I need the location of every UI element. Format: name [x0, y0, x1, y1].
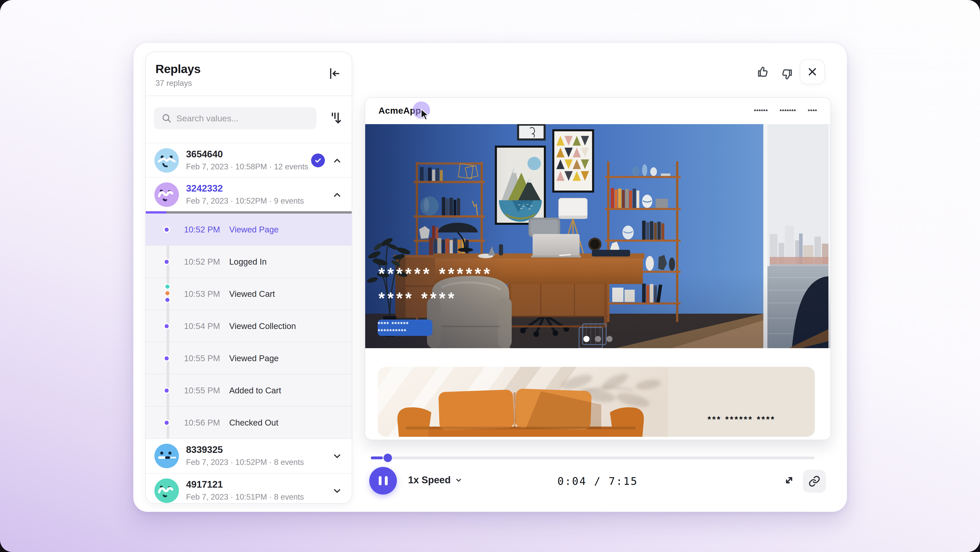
- link-icon: [808, 475, 821, 487]
- replay-meta: Feb 7, 2023 · 10:52PM · 9 events: [186, 196, 304, 206]
- hero-cta-button[interactable]: **** ****** **********: [378, 319, 432, 336]
- sort-descending-icon: [328, 110, 343, 127]
- replay-row-8339325[interactable]: 8339325 Feb 7, 2023 · 10:52PM · 8 events: [146, 439, 352, 473]
- speed-selector[interactable]: 1x Speed: [408, 475, 463, 486]
- product-card[interactable]: *** ****** ****: [378, 367, 815, 437]
- replay-list-progress[interactable]: [146, 211, 352, 214]
- event-name: Viewed Collection: [229, 321, 296, 331]
- event-time: 10:55 PM: [184, 386, 220, 396]
- close-icon: [807, 66, 818, 77]
- chevron-up-icon: [332, 190, 342, 200]
- event-name: Checked Out: [229, 418, 278, 428]
- event-name: Viewed Cart: [229, 289, 275, 299]
- time-separator: /: [594, 475, 601, 487]
- speed-label: 1x Speed: [408, 475, 451, 486]
- fullscreen-button[interactable]: [783, 474, 796, 487]
- replay-id: 3242332: [186, 183, 223, 194]
- replay-id: 3654640: [186, 149, 223, 160]
- event-dot: [163, 226, 170, 233]
- event-multi-dot: [164, 284, 170, 303]
- avatar-face-icon: [154, 182, 179, 207]
- event-row[interactable]: 10:52 PM Logged In: [146, 246, 352, 278]
- thumbs-down-icon: [779, 67, 794, 82]
- avatar: [154, 479, 179, 503]
- hero-subheadline-masked: **** ****: [379, 289, 457, 308]
- event-time: 10:53 PM: [184, 289, 220, 299]
- carousel-dot[interactable]: [595, 336, 601, 342]
- replay-row-4917121[interactable]: 4917121 Feb 7, 2023 · 10:51PM · 8 events: [146, 473, 352, 504]
- search-icon: [161, 113, 172, 124]
- avatar-face-icon: [154, 479, 179, 503]
- carousel-dots: [365, 336, 830, 342]
- replay-meta: Feb 7, 2023 · 10:52PM · 8 events: [186, 458, 304, 467]
- avatar: [154, 148, 179, 173]
- event-row[interactable]: 10:55 PM Viewed Page: [146, 342, 352, 375]
- chevron-up-icon: [332, 156, 342, 166]
- site-nav-item-masked[interactable]: *******: [780, 108, 796, 114]
- collapse-panel-button[interactable]: [328, 66, 342, 81]
- replay-count: 37 replays: [156, 79, 192, 88]
- hero-headline-masked: ****** ******: [379, 264, 493, 283]
- page-background: Replays 37 replays 3654640 Feb 7, 2023 ·…: [0, 0, 980, 552]
- event-row[interactable]: 10:53 PM Viewed Cart: [146, 278, 352, 310]
- copy-link-button[interactable]: [803, 470, 826, 493]
- replay-id: 8339325: [186, 445, 223, 455]
- seek-fill: [371, 456, 383, 459]
- thumbs-down-button[interactable]: [779, 67, 794, 82]
- site-nav-item-masked[interactable]: ****: [808, 108, 817, 114]
- event-dot: [163, 420, 170, 426]
- collapse-replay-button[interactable]: [332, 156, 342, 166]
- event-dot: [163, 258, 170, 265]
- event-row[interactable]: 10:55 PM Added to Cart: [146, 375, 352, 407]
- collapse-replay-button[interactable]: [332, 190, 342, 200]
- avatar-face-icon: [154, 444, 179, 468]
- search-input[interactable]: [177, 107, 312, 129]
- carousel-dot[interactable]: [606, 336, 612, 342]
- replay-modal: Replays 37 replays 3654640 Feb 7, 2023 ·…: [133, 43, 847, 512]
- event-time: 10:52 PM: [184, 225, 220, 235]
- replay-meta: Feb 7, 2023 · 10:51PM · 8 events: [186, 493, 304, 502]
- chevron-down-icon: [332, 486, 342, 496]
- replay-row-3654640[interactable]: 3654640 Feb 7, 2023 · 10:58PM · 12 event…: [146, 143, 352, 177]
- event-name: Logged In: [229, 257, 267, 267]
- product-caption-masked: *** ****** ****: [668, 414, 815, 424]
- event-name: Viewed Page: [229, 354, 279, 363]
- watched-check-badge: [311, 153, 325, 167]
- expand-replay-button[interactable]: [332, 451, 342, 461]
- event-row[interactable]: 10:56 PM Checked Out: [146, 407, 352, 439]
- hero-image: [365, 124, 831, 348]
- total-duration: 7:15: [609, 475, 638, 487]
- pause-icon: [379, 476, 382, 485]
- expand-replay-button[interactable]: [332, 486, 342, 496]
- sort-button[interactable]: [328, 110, 343, 127]
- product-photo: [378, 367, 668, 437]
- close-button[interactable]: [800, 59, 825, 84]
- replayed-site-header: AcmeApp ****** ******* ****: [365, 98, 830, 124]
- event-time: 10:52 PM: [184, 257, 220, 267]
- carousel-dot-active[interactable]: [584, 336, 590, 342]
- search-box: [154, 107, 317, 129]
- event-timeline: 10:52 PM Viewed Page 10:52 PM Logged In …: [146, 214, 352, 439]
- thumbs-up-icon: [756, 64, 771, 79]
- sidebar-title: Replays: [156, 62, 200, 76]
- site-nav-item-masked[interactable]: ******: [754, 108, 768, 114]
- event-name: Viewed Page: [229, 225, 279, 235]
- replay-id: 4917121: [186, 479, 223, 490]
- header-divider: [146, 96, 352, 96]
- replay-list-progress-fill: [146, 211, 166, 214]
- seek-thumb[interactable]: [383, 454, 392, 462]
- event-time: 10:56 PM: [184, 418, 220, 428]
- pause-button[interactable]: [369, 467, 397, 495]
- seek-bar[interactable]: [371, 456, 815, 459]
- event-row[interactable]: 10:52 PM Viewed Page: [146, 214, 352, 246]
- avatar-face-icon: [154, 148, 179, 173]
- event-row[interactable]: 10:54 PM Viewed Collection: [146, 310, 352, 342]
- event-dot: [163, 355, 170, 362]
- site-nav: ****** ******* ****: [754, 98, 817, 124]
- chevron-down-icon: [332, 451, 342, 461]
- event-time: 10:54 PM: [184, 321, 220, 331]
- replay-row-3242332[interactable]: 3242332 Feb 7, 2023 · 10:52PM · 9 events: [146, 177, 352, 211]
- replay-list: 3654640 Feb 7, 2023 · 10:58PM · 12 event…: [146, 143, 352, 504]
- pause-icon: [385, 476, 388, 485]
- thumbs-up-button[interactable]: [756, 64, 771, 79]
